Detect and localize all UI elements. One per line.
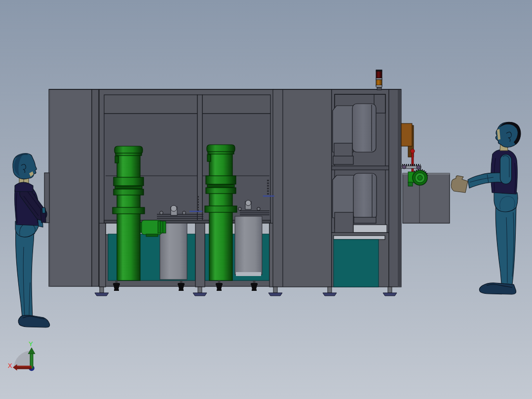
svg-text:X: X — [8, 362, 12, 369]
svg-text:Y: Y — [29, 340, 33, 348]
